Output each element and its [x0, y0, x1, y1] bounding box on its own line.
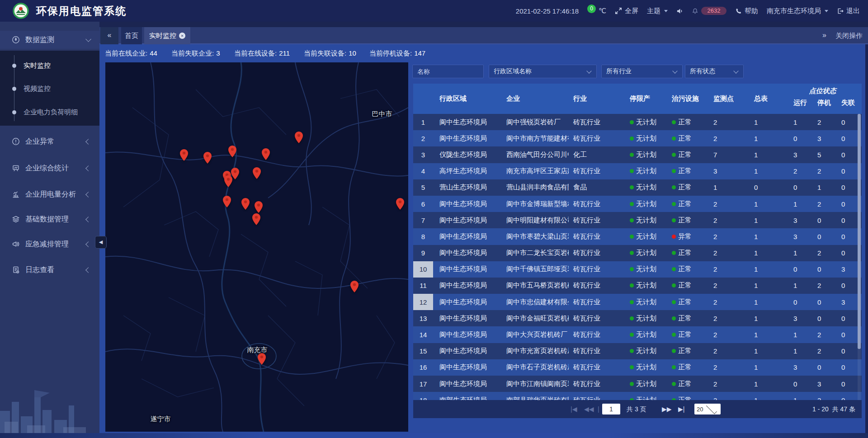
- status-dot: [672, 382, 676, 386]
- table-row[interactable]: 4 高坪生态环境局 南充市高坪区王家店建 砖瓦行业 无计划 正常 3 1 2 2…: [413, 163, 862, 179]
- table-row[interactable]: 7 阆中生态环境局 阆中明阳建材有限公司 砖瓦行业 无计划 正常 2 1 3 0…: [413, 212, 862, 228]
- table-row[interactable]: 14 阆中生态环境局 阆中大兴页岩机砖厂 砖瓦行业 无计划 正常 2 1 1 2…: [413, 326, 862, 343]
- cell-industry: 砖瓦行业: [569, 278, 625, 294]
- stat-online-enterprises: 当前在线企业:44: [105, 44, 157, 62]
- tab-realtime-monitor[interactable]: 实时监控 ×: [144, 27, 190, 44]
- map-marker-pin[interactable]: [258, 353, 266, 365]
- cell-region: 营山生态环境局: [433, 179, 501, 196]
- last-page-icon[interactable]: ▶|: [678, 400, 684, 418]
- map-marker-pin[interactable]: [228, 146, 236, 157]
- sidebar-item-enterprise-abnormal[interactable]: 企业异常: [0, 132, 99, 151]
- cell-run: 1: [783, 326, 811, 343]
- sidebar-item-power-analysis[interactable]: 企业用电量分析: [0, 185, 99, 203]
- panel-collapse-button[interactable]: ◀: [95, 236, 107, 249]
- prev-page-icon[interactable]: ◀◀: [584, 400, 594, 418]
- map-marker-pin[interactable]: [262, 148, 270, 160]
- map-marker-pin[interactable]: [223, 196, 231, 207]
- sidebar-item-log-view[interactable]: 日志查看: [0, 261, 99, 279]
- table-row[interactable]: 8 阆中生态环境局 阆中市枣碧大梁山页岩 砖瓦行业 无计划 异常 2 1 3 0…: [413, 228, 862, 245]
- table-row[interactable]: 16 阆中生态环境局 阆中市石子页岩机砖厂 砖瓦行业 无计划 正常 2 1 3 …: [413, 359, 862, 376]
- table-row[interactable]: 17 阆中生态环境局 阆中市江南镇阆南页岩 砖瓦行业 无计划 正常 2 1 0 …: [413, 376, 862, 392]
- page-size-select[interactable]: 20: [694, 404, 721, 414]
- col-points: 监测点: [707, 84, 743, 114]
- industry-filter-select[interactable]: 所有行业: [601, 65, 683, 78]
- cell-region: 阆中生态环境局: [433, 343, 501, 359]
- sidebar-item-power-load-detail[interactable]: 企业电力负荷明细: [24, 105, 78, 119]
- help-button[interactable]: 帮助: [735, 7, 758, 15]
- cell-run: 0: [783, 261, 811, 278]
- tabs-scroll-left-button[interactable]: «: [100, 27, 118, 44]
- cell-points: 2: [707, 212, 743, 228]
- cell-index: 1: [413, 114, 433, 130]
- close-icon[interactable]: ×: [179, 33, 185, 39]
- table-row[interactable]: 13 阆中生态环境局 阆中市金福旺页岩机砖 砖瓦行业 无计划 正常 2 1 3 …: [413, 310, 862, 326]
- next-page-icon[interactable]: ▶▶: [662, 400, 672, 418]
- name-filter-input[interactable]: [413, 68, 483, 75]
- cell-points: 3: [707, 163, 743, 179]
- cell-company: 阆中市南方节能建材有: [501, 130, 569, 146]
- table-scrollbar[interactable]: [858, 114, 861, 400]
- map-marker-pin[interactable]: [241, 198, 250, 210]
- table-row[interactable]: 12 阆中生态环境局 阆中市忠信建材有限公 砖瓦行业 无计划 正常 2 1 0 …: [413, 294, 862, 310]
- cell-limit-status: 无计划: [625, 163, 666, 179]
- map-marker-pin[interactable]: [180, 149, 188, 161]
- map-marker-pin[interactable]: [224, 175, 232, 187]
- map-marker-pin[interactable]: [295, 132, 303, 143]
- map-marker-pin[interactable]: [350, 281, 359, 292]
- footer-strip: [0, 433, 868, 438]
- table-row[interactable]: 10 阆中生态环境局 阆中千佛镇五郎垭页岩 砖瓦行业 无计划 正常 2 1 0 …: [413, 261, 862, 278]
- table-row[interactable]: 3 仪陇生态环境局 西南油气田分公司川中 化工 无计划 正常 7 1 3 5 0: [413, 146, 862, 163]
- status-dot: [672, 283, 676, 287]
- region-filter-select[interactable]: 行政区域名称: [489, 65, 597, 78]
- notification-area[interactable]: 2632: [692, 7, 726, 15]
- name-filter-field[interactable]: [412, 65, 484, 78]
- fullscreen-button[interactable]: 全屏: [615, 7, 638, 15]
- cell-stop: 0: [811, 294, 835, 310]
- cell-company: 阆中千佛镇五郎垭页岩: [501, 261, 569, 278]
- first-page-icon[interactable]: |◀: [571, 400, 577, 418]
- map-marker-pin[interactable]: [203, 152, 212, 164]
- page-number-input[interactable]: [602, 404, 620, 414]
- cell-run: 0: [783, 294, 811, 310]
- speaker-icon: [676, 8, 683, 14]
- sidebar-item-video-monitor[interactable]: 视频监控: [24, 82, 51, 95]
- cell-index: 11: [413, 278, 433, 294]
- sidebar-item-basic-data[interactable]: 基础数据管理: [0, 210, 99, 228]
- table-row[interactable]: 15 阆中生态环境局 阆中市光富页岩机砖厂 砖瓦行业 无计划 正常 2 1 1 …: [413, 343, 862, 359]
- sidebar-item-enterprise-statistics[interactable]: 企业综合统计: [0, 159, 99, 177]
- sidebar-item-data-monitoring[interactable]: 数据监测: [0, 31, 99, 49]
- cell-run: 1: [783, 392, 811, 400]
- org-dropdown[interactable]: 南充市生态环境局: [767, 7, 828, 15]
- map-panel[interactable]: 巴中市 南充市 遂宁市: [105, 62, 408, 432]
- table-row[interactable]: 5 营山生态环境局 营山县润丰肉食品有限 食品 无计划 正常 1 0 0 1 0: [413, 179, 862, 196]
- sound-toggle-button[interactable]: [676, 8, 683, 14]
- cell-points: 2: [707, 376, 743, 392]
- sidebar-item-realtime-monitor[interactable]: 实时监控: [24, 59, 51, 72]
- table-row[interactable]: 11 阆中生态环境局 阆中市五马桥页岩机砖 砖瓦行业 无计划 正常 2 1 1 …: [413, 278, 862, 294]
- sidebar-item-emission-reduction[interactable]: 应急减排管理: [0, 235, 99, 253]
- table-row[interactable]: 1 阆中生态环境局 阆中强锐页岩砖厂 砖瓦行业 无计划 正常 2 1 1 2 0: [413, 114, 862, 130]
- logout-button[interactable]: 退出: [837, 7, 860, 15]
- tab-home[interactable]: 首页: [121, 27, 142, 44]
- status-filter-select[interactable]: 所有状态: [685, 65, 744, 78]
- map-marker-pin[interactable]: [253, 167, 261, 179]
- map-marker-pin[interactable]: [252, 213, 260, 225]
- status-dot: [630, 251, 634, 255]
- cell-industry: 砖瓦行业: [569, 326, 625, 343]
- map-label-city: 南充市: [247, 346, 268, 354]
- table-row[interactable]: 18 南部生态环境局 南部县瑞华页岩砖有限 砖瓦行业 无计划 正常 2 1 1 …: [413, 392, 862, 400]
- temperature-display: 0 ℃: [587, 7, 606, 15]
- cell-company: 营山县润丰肉食品有限: [501, 179, 569, 196]
- cell-run: 1: [783, 196, 811, 212]
- table-row[interactable]: 6 阆中生态环境局 阆中市金博瑞新型墙材 砖瓦行业 无计划 正常 2 1 1 2…: [413, 196, 862, 212]
- table-row[interactable]: 9 阆中生态环境局 阆中市二龙长宝页岩砖 砖瓦行业 无计划 正常 2 1 1 2…: [413, 245, 862, 261]
- theme-dropdown[interactable]: 主题: [647, 7, 668, 15]
- map-marker-pin[interactable]: [255, 201, 263, 213]
- table-row[interactable]: 2 阆中生态环境局 阆中市南方节能建材有 砖瓦行业 无计划 正常 2 1 0 3…: [413, 130, 862, 146]
- tabs-scroll-right-button[interactable]: »: [822, 27, 826, 44]
- cell-facility-status: 正常: [666, 163, 707, 179]
- scrollbar-thumb[interactable]: [858, 114, 861, 349]
- close-operations-button[interactable]: 关闭操作: [835, 27, 863, 44]
- map-marker-pin[interactable]: [396, 198, 404, 210]
- cell-stop: 2: [811, 163, 835, 179]
